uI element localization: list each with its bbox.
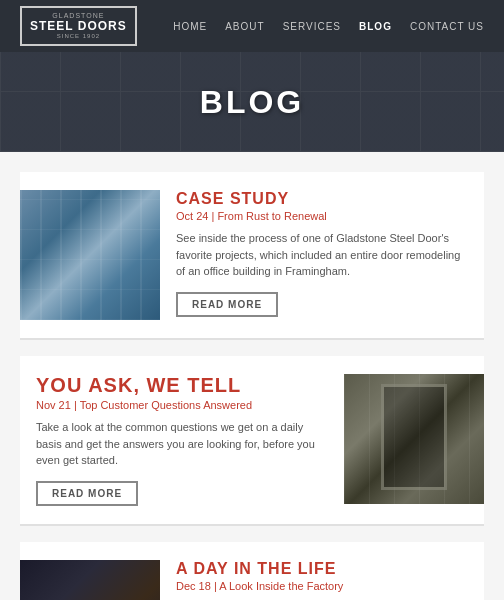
- post-2-link[interactable]: Top Customer Questions Answered: [80, 399, 252, 411]
- post-2-image: [344, 374, 484, 504]
- post-2-body: YOU ASK, WE TELL Nov 21 | Top Customer Q…: [20, 374, 344, 506]
- post-2-read-more[interactable]: READ MORE: [36, 481, 138, 506]
- nav-links: HOME ABOUT SERVICES BLOG CONTACT US: [173, 21, 484, 32]
- post-1-read-more[interactable]: READ MORE: [176, 292, 278, 317]
- post-2-image-inner: [344, 374, 484, 504]
- post-2-category: YOU ASK, WE TELL: [36, 374, 328, 397]
- post-3-date: Dec 18 | A Look Inside the Factory: [176, 580, 468, 592]
- nav-home[interactable]: HOME: [173, 21, 207, 32]
- post-1-body: CASE STUDY Oct 24 | From Rust to Renewal…: [160, 190, 484, 320]
- nav-services[interactable]: SERVICES: [283, 21, 341, 32]
- blog-content: CASE STUDY Oct 24 | From Rust to Renewal…: [0, 152, 504, 600]
- blog-post-3: A DAY IN THE LIFE Dec 18 | A Look Inside…: [20, 542, 484, 601]
- nav-contact[interactable]: CONTACT US: [410, 21, 484, 32]
- post-3-category: A DAY IN THE LIFE: [176, 560, 468, 578]
- post-2-desc: Take a look at the common questions we g…: [36, 419, 328, 469]
- hero-banner: BLOG: [0, 52, 504, 152]
- post-3-date-text: Dec 18 |: [176, 580, 219, 592]
- post-1-desc: See inside the process of one of Gladsto…: [176, 230, 468, 280]
- nav-blog[interactable]: BLOG: [359, 21, 392, 32]
- post-1-date: Oct 24 | From Rust to Renewal: [176, 210, 468, 222]
- blog-post-2: YOU ASK, WE TELL Nov 21 | Top Customer Q…: [20, 356, 484, 526]
- post-1-link[interactable]: From Rust to Renewal: [217, 210, 326, 222]
- hero-title: BLOG: [200, 84, 304, 121]
- post-1-date-text: Oct 24 |: [176, 210, 217, 222]
- post-2-date-text: Nov 21 |: [36, 399, 80, 411]
- post-3-body: A DAY IN THE LIFE Dec 18 | A Look Inside…: [160, 560, 484, 601]
- post-2-date: Nov 21 | Top Customer Questions Answered: [36, 399, 328, 411]
- logo[interactable]: GLADSTONE STEEL DOORS SINCE 1902: [20, 6, 137, 45]
- post-1-image-inner: [20, 190, 160, 320]
- post-3-image: [20, 560, 160, 601]
- post-1-image: [20, 190, 160, 320]
- post-3-image-inner: [20, 560, 160, 601]
- blog-post-1: CASE STUDY Oct 24 | From Rust to Renewal…: [20, 172, 484, 340]
- navigation: GLADSTONE STEEL DOORS SINCE 1902 HOME AB…: [0, 0, 504, 52]
- post-3-link[interactable]: A Look Inside the Factory: [219, 580, 343, 592]
- nav-about[interactable]: ABOUT: [225, 21, 264, 32]
- post-1-category: CASE STUDY: [176, 190, 468, 208]
- logo-main: STEEL DOORS: [30, 20, 127, 33]
- logo-sub: SINCE 1902: [30, 33, 127, 40]
